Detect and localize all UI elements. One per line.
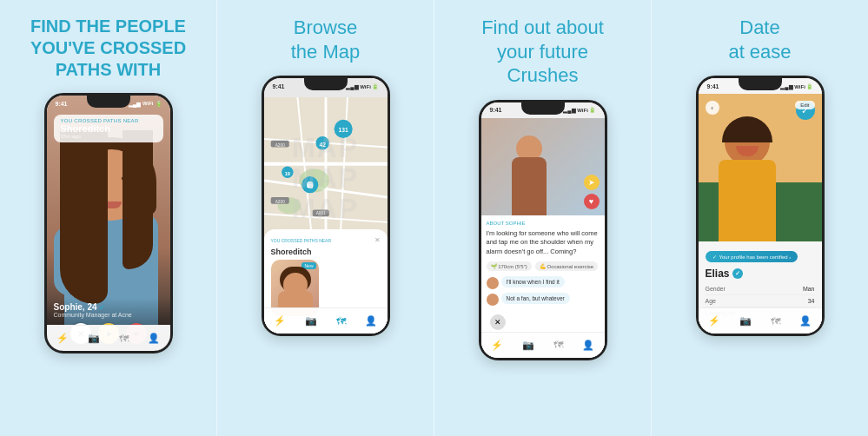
panel-2-title: Browsethe Map: [291, 16, 361, 63]
close-btn-3[interactable]: ✕: [490, 314, 506, 330]
status-bar-4: 9:41 ▂▄▆ WiFi 🔋: [699, 78, 822, 94]
verified-icon-4: ✓: [732, 268, 743, 279]
edit-button[interactable]: Edit: [795, 101, 814, 109]
phone-4-screen: 9:41 ▂▄▆ WiFi 🔋: [699, 78, 822, 334]
chat-bubble-row-2: Not a fan, but whatever: [487, 293, 600, 307]
phone-nav-bar-4: ⚡ 📷 🗺 👤: [699, 307, 822, 334]
person-4: [712, 120, 781, 241]
profile-row-gender: Gender Man: [706, 283, 815, 295]
location-badge-1: YOU CROSSED PATHS NEAR Shoreditch 15m ag…: [54, 115, 163, 142]
status-icons-4: ▂▄▆ WiFi 🔋: [780, 83, 812, 89]
tag-height: 🌱 170cm (5'5"): [487, 261, 532, 271]
nav-icon-lightning-4[interactable]: ⚡: [708, 315, 720, 327]
shirt-4: [719, 160, 776, 241]
status-icons-1: ▂▄▆ WiFi 🔋: [129, 101, 162, 107]
phone-mockup-4: 9:41 ▂▄▆ WiFi 🔋: [696, 76, 825, 336]
avatar-small-2: [487, 294, 499, 306]
avatar-small-1: [487, 277, 499, 289]
chat-bubble-1: I'll know when I find it: [501, 276, 565, 287]
panel-find-crushes: Find out aboutyour futureCrushes 9:41 ▂▄…: [434, 0, 651, 436]
photo-action-icons: ➤ ♥: [584, 175, 600, 209]
panel-3-title: Find out aboutyour futureCrushes: [481, 16, 604, 88]
status-bar-1: 9:41 ▂▄▆ WiFi 🔋: [47, 96, 170, 111]
nav-icon-profile-3[interactable]: 👤: [582, 340, 594, 351]
phone-nav-bar-1: ⚡ 📷 🗺 👤: [47, 325, 170, 351]
phone-nav-bar-3: ⚡ 📷 🗺 👤: [481, 332, 605, 358]
nav-icon-camera-3[interactable]: 📷: [522, 340, 534, 351]
svg-text:A001: A001: [315, 211, 326, 215]
nav-icon-profile-4[interactable]: 👤: [799, 315, 812, 327]
nav-icon-lightning[interactable]: ⚡: [56, 333, 69, 344]
phone-mockup-1: 9:41 ▂▄▆ WiFi 🔋 YOU CROSSED PATHS NEAR S…: [44, 93, 173, 353]
nav-icon-lightning-3[interactable]: ⚡: [491, 340, 503, 351]
status-icons-2: ▂▄▆ WiFi 🔋: [346, 83, 378, 89]
location-badge-2: YOU CROSSED PATHS NEAR: [271, 238, 332, 243]
nav-icon-map[interactable]: 🗺: [119, 334, 129, 344]
nav-icon-profile[interactable]: 👤: [148, 333, 160, 344]
phone-nav-bar-2: ⚡ 📷 🗺 👤: [264, 307, 388, 334]
svg-text:A200: A200: [275, 143, 285, 148]
phone-mockup-3: 9:41 ▂▄▆ WiFi 🔋 ➤ ♥: [479, 100, 607, 360]
close-btn-2[interactable]: ✕: [374, 236, 381, 244]
svg-text:A200: A200: [275, 200, 285, 204]
phone-2-screen: 9:41 ▂▄▆ WiFi 🔋: [264, 78, 388, 334]
panel-find-people: FIND THE PEOPLE YOU'VE CROSSED PATHS WIT…: [0, 0, 216, 436]
nav-icon-profile-2[interactable]: 👤: [365, 315, 377, 327]
bio-text: I'm looking for someone who will come an…: [487, 229, 600, 257]
svg-text:19: 19: [284, 171, 289, 176]
chat-bubble-2: Not a fan, but whatever: [501, 293, 570, 304]
nav-icon-map-3[interactable]: 🗺: [553, 340, 563, 350]
arrow-icon-3[interactable]: ➤: [584, 175, 600, 190]
panel-1-title: FIND THE PEOPLE YOU'VE CROSSED PATHS WIT…: [30, 16, 186, 81]
phone-1-userjob: Community Manager at Acne: [54, 312, 163, 318]
panel-date-ease: Dateat ease 9:41 ▂▄▆ WiFi 🔋: [652, 0, 868, 436]
svg-text:131: 131: [338, 127, 348, 133]
chat-bubble-row-1: I'll know when I find it: [487, 276, 600, 290]
tag-exercise: 💪 Occasional exercise: [535, 261, 598, 271]
svg-text:42: 42: [319, 142, 326, 148]
nav-icon-camera-4[interactable]: 📷: [739, 315, 752, 327]
hair-4: [722, 116, 772, 142]
phone-1-screen: 9:41 ▂▄▆ WiFi 🔋 YOU CROSSED PATHS NEAR S…: [47, 96, 170, 351]
svg-point-24: [306, 182, 313, 188]
back-button[interactable]: ‹: [706, 101, 719, 115]
status-icons-3: ▂▄▆ WiFi 🔋: [563, 107, 595, 113]
phone-4-photo-area: ✓ ‹ Edit: [699, 94, 822, 241]
profile-tags: 🌱 170cm (5'5") 💪 Occasional exercise: [487, 261, 600, 271]
phone-1-username: Sophie, 24 ✓: [54, 302, 163, 312]
nav-icon-map-2[interactable]: 🗺: [336, 316, 346, 327]
phone-3-screen: 9:41 ▂▄▆ WiFi 🔋 ➤ ♥: [481, 102, 605, 358]
panel-browse-map: Browsethe Map 9:41 ▂▄▆ WiFi 🔋: [217, 0, 434, 436]
panel-4-title: Dateat ease: [728, 16, 791, 63]
phone-3-photo-area: ➤ ♥: [481, 118, 605, 231]
profile-row-age: Age 34: [706, 295, 815, 307]
certified-badge: ✓ Your profile has been certified ›: [706, 251, 798, 262]
nav-icon-map-4[interactable]: 🗺: [771, 316, 780, 327]
heart-icon-3[interactable]: ♥: [584, 194, 600, 209]
location-name-2: Shoreditch: [271, 248, 381, 256]
nav-icon-camera-2[interactable]: 📷: [305, 315, 317, 327]
hair-side-left: [60, 130, 108, 304]
phone-mockup-2: 9:41 ▂▄▆ WiFi 🔋: [262, 76, 390, 336]
status-bar-3: 9:41 ▂▄▆ WiFi 🔋: [481, 102, 605, 118]
nav-icon-camera[interactable]: 📷: [88, 333, 100, 344]
person-photo-1: [47, 130, 170, 325]
about-label: ABOUT SOPHIE: [487, 221, 600, 226]
phone-4-username: Elias ✓: [706, 268, 815, 280]
nav-icon-lightning-2[interactable]: ⚡: [274, 315, 286, 327]
sheet-header: YOU CROSSED PATHS NEAR ✕: [271, 236, 381, 244]
status-bar-2: 9:41 ▂▄▆ WiFi 🔋: [264, 78, 388, 94]
verified-icon-1: ✓: [99, 304, 105, 312]
hair-side-right: [123, 130, 153, 269]
